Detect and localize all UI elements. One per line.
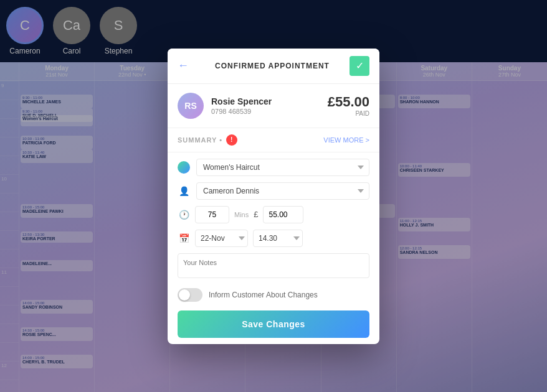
modal-overlay: ← CONFIRMED APPOINTMENT ✓ RS Rosie Spenc… — [0, 0, 547, 392]
service-icon — [178, 161, 190, 174]
duration-row: 🕐 Mins £ — [178, 206, 369, 223]
duration-input[interactable] — [195, 206, 229, 223]
service-row: Women's Haircut Men's Haircut Colour Tre… — [178, 159, 369, 176]
view-more-button[interactable]: VIEW MORE > — [323, 136, 369, 144]
clock-icon: 🕐 — [178, 208, 190, 221]
summary-label: SUMMARY • ! — [178, 134, 237, 146]
date-select[interactable]: 22-Nov 23-Nov 24-Nov — [195, 230, 248, 247]
appointment-modal: ← CONFIRMED APPOINTMENT ✓ RS Rosie Spenc… — [168, 49, 379, 344]
client-name: Rosie Spencer — [211, 96, 328, 106]
form-section: Women's Haircut Men's Haircut Colour Tre… — [168, 152, 379, 344]
stylist-select[interactable]: Cameron Dennis Carol Stephen — [196, 182, 369, 200]
modal-title: CONFIRMED APPOINTMENT — [195, 62, 350, 70]
toggle-label: Inform Customer About Changes — [209, 291, 318, 299]
price-status: PAID — [328, 110, 369, 117]
price-input[interactable] — [263, 206, 303, 223]
summary-row: SUMMARY • ! VIEW MORE > — [168, 128, 379, 152]
warning-icon: ! — [226, 134, 237, 146]
price-amount: £55.00 — [328, 94, 369, 110]
stylist-row: 👤 Cameron Dennis Carol Stephen — [178, 182, 369, 200]
client-avatar: RS — [178, 93, 204, 119]
client-phone: 0798 468539 — [211, 108, 328, 115]
save-button[interactable]: Save Changes — [178, 310, 369, 338]
duration-unit: Mins — [234, 211, 249, 218]
datetime-row: 📅 22-Nov 23-Nov 24-Nov 14.30 15.00 15.30 — [178, 230, 369, 247]
time-select[interactable]: 14.30 15.00 15.30 — [253, 230, 303, 247]
modal-header: ← CONFIRMED APPOINTMENT ✓ — [168, 49, 379, 84]
confirm-button[interactable]: ✓ — [350, 56, 369, 76]
client-row: RS Rosie Spencer 0798 468539 £55.00 PAID — [168, 84, 379, 128]
service-select[interactable]: Women's Haircut Men's Haircut Colour Tre… — [196, 159, 369, 176]
notes-textarea[interactable] — [178, 253, 369, 278]
currency-symbol: £ — [254, 210, 258, 219]
client-price: £55.00 PAID — [328, 94, 369, 117]
toggle-row: Inform Customer About Changes — [178, 288, 369, 302]
calendar-icon: 📅 — [178, 232, 190, 245]
client-info: Rosie Spencer 0798 468539 — [211, 96, 328, 115]
back-button[interactable]: ← — [178, 59, 189, 72]
person-icon: 👤 — [178, 185, 190, 197]
inform-customer-toggle[interactable] — [178, 288, 202, 302]
